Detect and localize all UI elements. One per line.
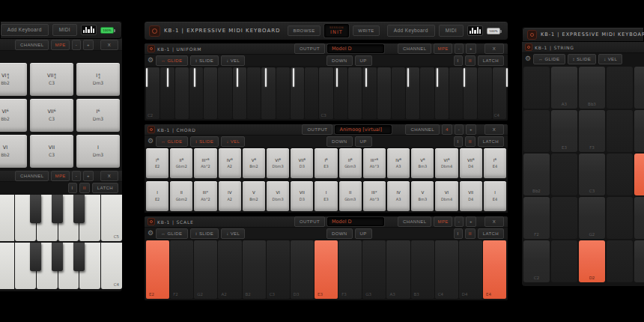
- latch-button[interactable]: LATCH: [478, 228, 504, 239]
- channel-minus-button[interactable]: -: [455, 216, 464, 227]
- browse-button[interactable]: BROWSE: [288, 25, 320, 36]
- zone-one-button[interactable]: I: [454, 136, 463, 147]
- close-button[interactable]: X: [484, 124, 504, 135]
- gear-icon[interactable]: ⚙: [148, 57, 154, 64]
- vel-button[interactable]: ↓VEL: [221, 55, 245, 66]
- channel-button[interactable]: CHANNEL: [15, 171, 49, 181]
- zone-two-button[interactable]: II: [465, 55, 476, 66]
- string-pad[interactable]: [607, 67, 633, 109]
- gear-icon[interactable]: ⚙: [525, 55, 531, 62]
- uniform-key[interactable]: [420, 67, 434, 119]
- uniform-key[interactable]: [291, 67, 304, 119]
- uniform-key[interactable]: [261, 67, 275, 119]
- chord-pad[interactable]: V6Bm2: [243, 148, 265, 178]
- slide-button[interactable]: ↕SLIDE: [190, 228, 219, 239]
- output-button[interactable]: OUTPUT: [294, 43, 325, 54]
- chord-pad[interactable]: IV6A3: [387, 148, 410, 178]
- piano-black-key[interactable]: [52, 243, 63, 271]
- uniform-key[interactable]: [160, 67, 174, 119]
- chord-pad[interactable]: I6Dm3: [76, 99, 120, 132]
- uniform-key[interactable]: [435, 67, 449, 119]
- octave-down-button[interactable]: DOWN: [326, 55, 353, 66]
- uniform-key[interactable]: [218, 67, 231, 119]
- uniform-key[interactable]: [348, 67, 362, 119]
- uniform-key[interactable]: [449, 67, 463, 119]
- chord-pad[interactable]: III°6Ab°2: [194, 148, 216, 178]
- chord-pad[interactable]: IIGbm3: [339, 181, 362, 211]
- write-button[interactable]: WRITE: [353, 25, 379, 36]
- chord-pad[interactable]: VI6Bb2: [0, 99, 27, 132]
- piano-white-key[interactable]: C5: [100, 195, 122, 241]
- chord-pad[interactable]: IV6A2: [219, 148, 241, 178]
- scale-key[interactable]: A3: [386, 240, 410, 299]
- string-pad-root[interactable]: D2: [579, 240, 605, 282]
- output-display[interactable]: Animoog [virtual]: [335, 125, 392, 134]
- glide-button[interactable]: ↔GLIDE: [533, 54, 565, 64]
- string-pad[interactable]: [523, 67, 550, 109]
- piano-white-key[interactable]: C4: [100, 243, 122, 289]
- chord-pad[interactable]: VIDbm3: [267, 181, 289, 211]
- scale-key[interactable]: B2: [243, 240, 266, 299]
- chord-pad[interactable]: I6E2: [146, 148, 168, 178]
- chord-pad[interactable]: III°Ab°2: [194, 181, 216, 211]
- zone-two-button[interactable]: II: [465, 228, 476, 239]
- string-pad[interactable]: [551, 154, 577, 195]
- chord-pad[interactable]: IE2: [146, 181, 168, 211]
- piano-black-key[interactable]: [30, 195, 41, 223]
- zone-one-button[interactable]: I: [68, 183, 77, 193]
- uniform-key[interactable]: [276, 67, 290, 119]
- vel-button[interactable]: ↓VEL: [221, 228, 245, 239]
- chord-pad[interactable]: VIID3: [291, 181, 313, 211]
- gear-icon[interactable]: ⚙: [148, 230, 154, 237]
- channel-button[interactable]: CHANNEL: [405, 124, 439, 135]
- level-meter-icon[interactable]: [467, 25, 483, 36]
- string-pad-root[interactable]: D3: [634, 154, 644, 195]
- channel-value[interactable]: MPE: [51, 40, 69, 50]
- uniform-key[interactable]: C2: [146, 67, 160, 119]
- string-pad[interactable]: C3: [579, 154, 605, 195]
- piano-white-key[interactable]: [0, 243, 14, 289]
- close-button[interactable]: X: [100, 40, 118, 50]
- scale-key[interactable]: G2: [194, 240, 217, 299]
- chord-pad[interactable]: VBm3: [411, 181, 434, 211]
- string-pad[interactable]: F2: [523, 197, 550, 239]
- channel-minus-button[interactable]: -: [455, 124, 464, 135]
- level-meter-icon[interactable]: [81, 25, 97, 35]
- uniform-key[interactable]: [175, 67, 189, 119]
- scale-key[interactable]: B3: [411, 240, 434, 299]
- chord-pad[interactable]: VIID4: [460, 181, 482, 211]
- chord-pad[interactable]: VI6Dbm4: [435, 148, 458, 178]
- chord-pad[interactable]: IVA2: [219, 181, 241, 211]
- chord-pad[interactable]: I6E3: [315, 148, 337, 178]
- output-display[interactable]: Model D: [327, 44, 384, 53]
- piano-black-key[interactable]: [30, 243, 41, 271]
- string-pad[interactable]: [551, 197, 577, 239]
- string-pad[interactable]: [607, 240, 633, 282]
- channel-button[interactable]: CHANNEL: [398, 43, 431, 54]
- uniform-key[interactable]: [305, 67, 318, 119]
- uniform-key[interactable]: [392, 67, 405, 119]
- channel-plus-button[interactable]: +: [83, 171, 94, 181]
- channel-minus-button[interactable]: -: [72, 171, 81, 181]
- string-pad[interactable]: Bb2: [523, 154, 550, 195]
- scale-key[interactable]: E3: [315, 240, 338, 299]
- zone-two-button[interactable]: II: [465, 136, 476, 147]
- string-pad[interactable]: F3: [579, 110, 605, 152]
- channel-plus-button[interactable]: +: [466, 43, 476, 54]
- uniform-key[interactable]: C4: [493, 67, 506, 119]
- channel-value[interactable]: MPE: [434, 43, 452, 54]
- scale-key[interactable]: A2: [218, 240, 241, 299]
- midi-button[interactable]: MIDI: [52, 24, 77, 37]
- midi-button[interactable]: MIDI: [439, 25, 464, 37]
- uniform-key[interactable]: [233, 67, 246, 119]
- string-pad[interactable]: [523, 110, 550, 152]
- string-pad[interactable]: G2: [579, 197, 605, 239]
- scale-key[interactable]: C3: [267, 240, 290, 299]
- channel-value[interactable]: MPE: [51, 171, 69, 181]
- glide-button[interactable]: ↔GLIDE: [156, 136, 187, 147]
- channel-plus-button[interactable]: +: [83, 40, 94, 50]
- piano-black-key[interactable]: [52, 195, 63, 223]
- chord-pad[interactable]: VBm2: [243, 181, 265, 211]
- chord-pad[interactable]: II6Gbm2: [170, 148, 192, 178]
- glide-button[interactable]: ↔GLIDE: [156, 55, 187, 66]
